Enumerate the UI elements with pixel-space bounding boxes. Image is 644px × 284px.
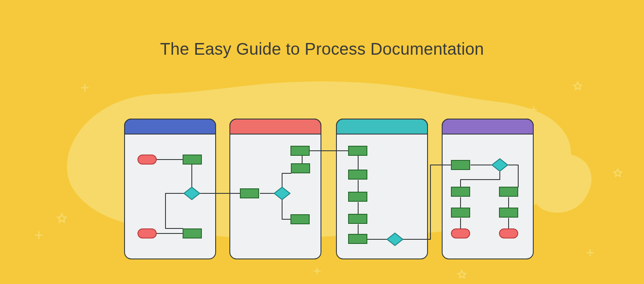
process-shape xyxy=(451,208,470,217)
process-shape xyxy=(183,155,201,164)
terminator-shape xyxy=(138,155,156,164)
process-shape xyxy=(349,170,367,179)
star-icon xyxy=(574,82,581,89)
process-shape xyxy=(499,187,518,196)
plus-icon xyxy=(587,250,593,256)
process-shape xyxy=(349,234,367,243)
illustration-scene xyxy=(0,0,644,284)
star-icon xyxy=(58,214,66,222)
process-shape xyxy=(240,189,259,198)
process-shape xyxy=(349,192,367,201)
process-shape xyxy=(451,160,470,170)
process-shape xyxy=(291,146,309,155)
process-shape xyxy=(349,146,367,155)
process-shape xyxy=(349,214,367,223)
terminator-shape xyxy=(451,229,470,238)
plus-icon xyxy=(81,84,88,91)
process-shape xyxy=(499,208,518,217)
card-1 xyxy=(125,119,216,259)
process-shape xyxy=(291,215,309,224)
process-shape xyxy=(451,187,470,196)
process-shape xyxy=(183,229,201,238)
terminator-shape xyxy=(138,229,156,238)
process-shape xyxy=(291,164,310,173)
terminator-shape xyxy=(499,229,518,238)
star-icon xyxy=(614,169,621,176)
plus-icon xyxy=(314,268,320,274)
star-icon xyxy=(458,271,466,278)
svg-rect-0 xyxy=(125,119,216,259)
plus-icon xyxy=(36,232,42,238)
